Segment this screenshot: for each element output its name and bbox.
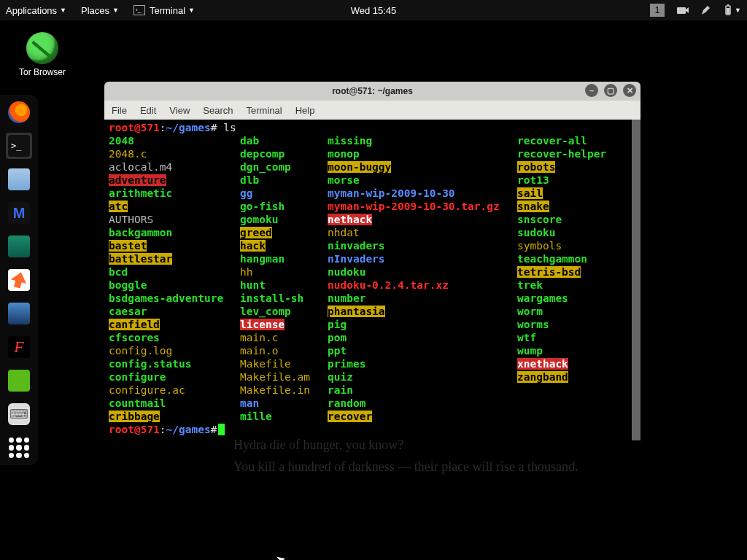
menu-terminal[interactable]: Terminal <box>247 105 282 116</box>
wallpaper-text: You kill a hundred of darkness — their p… <box>233 459 578 475</box>
ls-entry: ppt <box>328 344 517 357</box>
ls-entry: configure <box>109 370 240 384</box>
dock-burpsuite[interactable] <box>6 267 32 293</box>
desktop-icon-label: Tor Browser <box>13 67 71 77</box>
ls-entry: boggle <box>109 279 240 292</box>
ls-entry: random <box>328 397 517 410</box>
burp-icon <box>8 269 30 291</box>
ls-entry: tetris-bsd <box>517 265 641 279</box>
f-icon <box>8 336 30 358</box>
ls-entry: sail <box>517 187 641 200</box>
dock-firefox[interactable] <box>6 99 32 125</box>
ls-entry: install-sh <box>240 292 328 305</box>
folder-icon <box>8 168 30 190</box>
ls-entry: dlb <box>240 174 328 187</box>
dock-files[interactable] <box>6 166 32 192</box>
ls-entry: lev_comp <box>240 305 328 318</box>
ls-entry: configure.ac <box>109 384 240 397</box>
ls-output: 2048dabmissingrecover-all2048.cdepcompmo… <box>109 134 636 423</box>
battery-icon[interactable]: ▼ <box>723 4 741 16</box>
cursor-block <box>218 424 225 435</box>
menu-places[interactable]: Places▼ <box>81 5 119 16</box>
ls-entry: cfscores <box>109 331 240 344</box>
apps-grid-icon <box>9 438 29 458</box>
ls-entry: nhdat <box>328 226 517 239</box>
window-close-button[interactable]: ✕ <box>623 84 636 97</box>
ls-entry: license <box>240 318 328 331</box>
ls-entry: quiz <box>328 370 517 384</box>
ls-entry: main.c <box>240 331 328 344</box>
keyboard-icon <box>8 403 30 425</box>
ls-entry: hunt <box>240 279 328 292</box>
ls-entry: battlestar <box>109 252 240 265</box>
ls-entry: zangband <box>517 370 641 384</box>
ls-entry: wump <box>517 344 641 357</box>
pencil-icon[interactable] <box>701 5 711 15</box>
dock-zenmap[interactable] <box>6 300 32 327</box>
svg-rect-3 <box>727 8 729 14</box>
scrollbar[interactable] <box>632 120 640 440</box>
ls-entry: cribbage <box>109 410 240 423</box>
ls-entry: greed <box>240 226 328 239</box>
ls-entry: countmail <box>109 397 240 410</box>
ls-entry: go-fish <box>240 200 328 213</box>
ls-entry <box>517 397 641 410</box>
ls-entry: bcd <box>109 265 240 279</box>
dock-notes[interactable] <box>6 368 32 394</box>
ls-entry: wargames <box>517 292 641 305</box>
ls-entry: worms <box>517 318 641 331</box>
prompt-line-1: root@571:~/games# ls <box>109 121 636 134</box>
ls-entry: config.log <box>109 344 240 357</box>
eye-icon <box>8 303 30 324</box>
dock-onscreen-keyboard[interactable] <box>6 401 32 427</box>
ls-entry: Makefile.in <box>240 384 328 397</box>
ls-entry: pom <box>328 331 517 344</box>
cat-icon <box>8 236 30 257</box>
menu-help[interactable]: Help <box>295 105 315 116</box>
menu-view[interactable]: View <box>169 105 190 116</box>
ls-entry: ninvaders <box>328 239 517 252</box>
ls-entry: missing <box>328 134 517 147</box>
menu-search[interactable]: Search <box>203 105 233 116</box>
ls-entry: AUTHORS <box>109 213 240 226</box>
window-titlebar[interactable]: root@571: ~/games – ▢ ✕ <box>104 82 640 101</box>
ls-entry: 2048.c <box>109 147 240 160</box>
terminal-icon: ›_ <box>133 5 145 15</box>
window-title: root@571: ~/games <box>332 86 413 96</box>
ls-entry: main.o <box>240 344 328 357</box>
menu-applications[interactable]: Applications▼ <box>6 5 66 16</box>
ls-entry: number <box>328 292 517 305</box>
ls-entry: atc <box>109 200 240 213</box>
dock-show-apps[interactable] <box>6 435 32 461</box>
window-minimize-button[interactable]: – <box>585 84 598 97</box>
ls-entry <box>517 384 641 397</box>
svg-rect-2 <box>727 4 729 6</box>
dock-metasploit[interactable] <box>6 200 32 226</box>
mouse-cursor-icon: ➤ <box>274 552 287 560</box>
menu-edit[interactable]: Edit <box>140 105 156 116</box>
clock[interactable]: Wed 15:45 <box>351 5 397 16</box>
dock-terminal[interactable] <box>6 133 32 159</box>
ls-entry: xnethack <box>517 357 641 370</box>
dock-faraday[interactable] <box>6 334 32 360</box>
terminal-body[interactable]: root@571:~/games# ls 2048dabmissingrecov… <box>104 120 640 440</box>
ls-entry: snscore <box>517 213 641 226</box>
dock-armitage[interactable] <box>6 233 32 260</box>
workspace-indicator[interactable]: 1 <box>650 4 665 17</box>
ls-entry: backgammon <box>109 226 240 239</box>
ls-entry: aclocal.m4 <box>109 160 240 174</box>
caret-down-icon: ▼ <box>60 7 66 14</box>
ls-entry: adventure <box>109 174 240 187</box>
menu-file[interactable]: File <box>112 105 127 116</box>
ls-entry: arithmetic <box>109 187 240 200</box>
ls-entry: gg <box>240 187 328 200</box>
ls-entry: moon-buggy <box>328 160 517 174</box>
window-maximize-button[interactable]: ▢ <box>604 84 617 97</box>
menu-terminal-app[interactable]: ›_ Terminal▼ <box>133 5 195 16</box>
ls-entry: wtf <box>517 331 641 344</box>
ls-entry: nudoku-0.2.4.tar.xz <box>328 279 517 292</box>
desktop-icon-tor[interactable]: Tor Browser <box>13 32 71 77</box>
ls-entry: man <box>240 397 328 410</box>
camera-icon[interactable] <box>676 5 689 15</box>
ls-entry: monop <box>328 147 517 160</box>
